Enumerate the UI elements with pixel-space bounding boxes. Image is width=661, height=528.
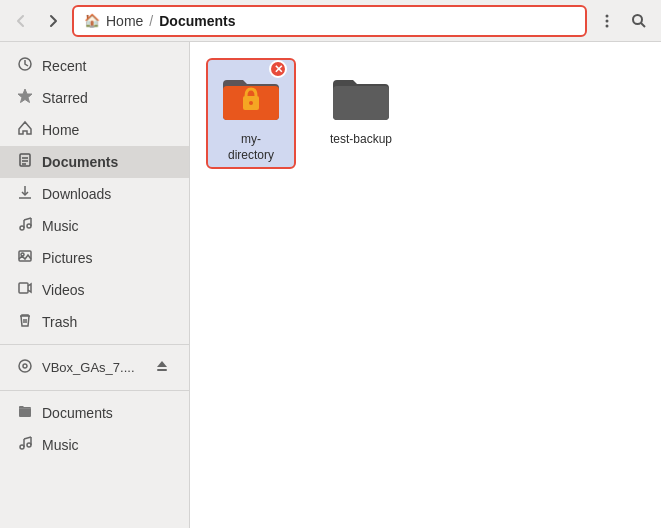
- trash-label: Trash: [42, 314, 77, 330]
- music-label: Music: [42, 218, 79, 234]
- svg-point-0: [606, 14, 609, 17]
- sidebar-item-trash[interactable]: Trash: [0, 306, 189, 338]
- svg-point-23: [19, 360, 31, 372]
- device-label: VBox_GAs_7....: [42, 360, 135, 375]
- sidebar-item-home[interactable]: Home: [0, 114, 189, 146]
- svg-line-31: [24, 437, 31, 439]
- sidebar-item-documents[interactable]: Documents: [0, 146, 189, 178]
- folder-label-test-backup: test-backup: [330, 132, 392, 148]
- folder-svg-test-backup: [329, 64, 393, 128]
- place-documents-label: Documents: [42, 405, 113, 421]
- folder-icon-wrap-test-backup: [329, 64, 393, 128]
- folder-test-backup[interactable]: test-backup: [316, 58, 406, 169]
- folder-my-directory[interactable]: ✕ my- directory: [206, 58, 296, 169]
- music-icon: [16, 216, 34, 236]
- svg-marker-25: [157, 361, 167, 367]
- place-documents-icon: [16, 403, 34, 423]
- videos-icon: [16, 280, 34, 300]
- topbar: 🏠 Home / Documents: [0, 0, 661, 42]
- sidebar-device[interactable]: VBox_GAs_7....: [0, 351, 189, 384]
- delete-badge: ✕: [269, 60, 287, 78]
- breadcrumb-sep: /: [149, 13, 153, 29]
- trash-icon: [16, 312, 34, 332]
- main-layout: Recent Starred Home: [0, 42, 661, 528]
- place-music-label: Music: [42, 437, 79, 453]
- home-label: Home: [42, 122, 79, 138]
- sidebar-item-pictures[interactable]: Pictures: [0, 242, 189, 274]
- recent-label: Recent: [42, 58, 86, 74]
- svg-point-33: [249, 101, 253, 105]
- pictures-label: Pictures: [42, 250, 93, 266]
- folder-icon-wrap-my-directory: ✕: [219, 64, 283, 128]
- documents-icon: [16, 152, 34, 172]
- device-icon: [16, 358, 34, 378]
- sidebar-item-videos[interactable]: Videos: [0, 274, 189, 306]
- home-sidebar-icon: [16, 120, 34, 140]
- svg-point-24: [23, 364, 27, 368]
- sidebar-item-starred[interactable]: Starred: [0, 82, 189, 114]
- sidebar-item-recent[interactable]: Recent: [0, 50, 189, 82]
- place-music-icon: [16, 435, 34, 455]
- recent-icon: [16, 56, 34, 76]
- pictures-icon: [16, 248, 34, 268]
- file-grid: ✕ my- directory test-backup: [206, 58, 645, 169]
- home-icon: 🏠: [84, 13, 100, 28]
- starred-label: Starred: [42, 90, 88, 106]
- svg-point-3: [633, 15, 642, 24]
- svg-rect-26: [157, 369, 167, 371]
- eject-button[interactable]: [151, 357, 173, 378]
- svg-point-1: [606, 19, 609, 22]
- downloads-label: Downloads: [42, 186, 111, 202]
- folder-label-my-directory: my- directory: [228, 132, 274, 163]
- svg-line-17: [24, 218, 31, 220]
- breadcrumb-current: Documents: [159, 13, 235, 29]
- svg-marker-6: [18, 89, 32, 103]
- sidebar: Recent Starred Home: [0, 42, 190, 528]
- breadcrumb-home: Home: [106, 13, 143, 29]
- sidebar-item-downloads[interactable]: Downloads: [0, 178, 189, 210]
- sidebar-item-music[interactable]: Music: [0, 210, 189, 242]
- sidebar-place-music[interactable]: Music: [0, 429, 189, 461]
- breadcrumb[interactable]: 🏠 Home / Documents: [72, 5, 587, 37]
- svg-point-2: [606, 24, 609, 27]
- sidebar-divider-2: [0, 390, 189, 391]
- search-button[interactable]: [625, 7, 653, 35]
- documents-label: Documents: [42, 154, 118, 170]
- back-button[interactable]: [8, 8, 34, 34]
- videos-label: Videos: [42, 282, 85, 298]
- star-icon: [16, 88, 34, 108]
- sidebar-divider-1: [0, 344, 189, 345]
- svg-rect-20: [19, 283, 28, 293]
- forward-button[interactable]: [40, 8, 66, 34]
- sidebar-place-documents[interactable]: Documents: [0, 397, 189, 429]
- svg-line-4: [641, 23, 645, 27]
- more-button[interactable]: [593, 7, 621, 35]
- content-area: ✕ my- directory test-backup: [190, 42, 661, 528]
- topbar-actions: [593, 7, 653, 35]
- downloads-icon: [16, 184, 34, 204]
